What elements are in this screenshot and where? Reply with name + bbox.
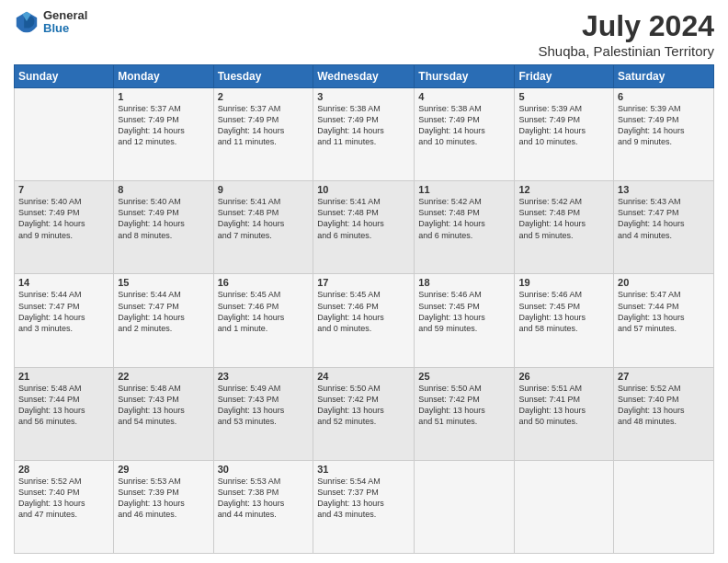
calendar-cell: 10Sunrise: 5:41 AM Sunset: 7:48 PM Dayli… — [313, 181, 415, 274]
calendar-cell: 19Sunrise: 5:46 AM Sunset: 7:45 PM Dayli… — [515, 274, 614, 367]
calendar-cell: 23Sunrise: 5:49 AM Sunset: 7:43 PM Dayli… — [213, 367, 313, 460]
day-number: 27 — [618, 371, 710, 382]
weekday-row: SundayMondayTuesdayWednesdayThursdayFrid… — [15, 65, 714, 88]
day-number: 2 — [218, 91, 310, 102]
calendar-cell: 22Sunrise: 5:48 AM Sunset: 7:43 PM Dayli… — [114, 367, 213, 460]
cell-content: Sunrise: 5:39 AM Sunset: 7:49 PM Dayligh… — [618, 103, 710, 148]
calendar-week-row: 14Sunrise: 5:44 AM Sunset: 7:47 PM Dayli… — [15, 274, 714, 367]
title-section: July 2024 Shuqba, Palestinian Territory — [539, 9, 715, 59]
day-number: 19 — [518, 277, 609, 288]
cell-content: Sunrise: 5:41 AM Sunset: 7:48 PM Dayligh… — [218, 196, 310, 241]
cell-content: Sunrise: 5:40 AM Sunset: 7:49 PM Dayligh… — [18, 196, 109, 241]
day-number: 26 — [518, 371, 609, 382]
day-number: 12 — [518, 184, 609, 195]
day-number: 6 — [618, 91, 710, 102]
day-number: 14 — [18, 277, 109, 288]
cell-content: Sunrise: 5:47 AM Sunset: 7:44 PM Dayligh… — [618, 289, 710, 334]
weekday-header: Saturday — [614, 65, 714, 88]
day-number: 11 — [418, 184, 510, 195]
day-number: 30 — [218, 464, 310, 475]
day-number: 5 — [518, 91, 609, 102]
day-number: 4 — [418, 91, 510, 102]
calendar-cell: 31Sunrise: 5:54 AM Sunset: 7:37 PM Dayli… — [313, 460, 415, 553]
calendar-cell — [15, 88, 114, 181]
day-number: 24 — [317, 371, 410, 382]
cell-content: Sunrise: 5:37 AM Sunset: 7:49 PM Dayligh… — [218, 103, 310, 148]
calendar-cell: 1Sunrise: 5:37 AM Sunset: 7:49 PM Daylig… — [114, 88, 213, 181]
calendar-cell: 2Sunrise: 5:37 AM Sunset: 7:49 PM Daylig… — [213, 88, 313, 181]
cell-content: Sunrise: 5:46 AM Sunset: 7:45 PM Dayligh… — [518, 289, 609, 334]
logo-blue-text: Blue — [43, 22, 87, 35]
calendar-cell: 27Sunrise: 5:52 AM Sunset: 7:40 PM Dayli… — [614, 367, 714, 460]
calendar-cell: 6Sunrise: 5:39 AM Sunset: 7:49 PM Daylig… — [614, 88, 714, 181]
calendar-cell: 7Sunrise: 5:40 AM Sunset: 7:49 PM Daylig… — [15, 181, 114, 274]
day-number: 10 — [317, 184, 410, 195]
cell-content: Sunrise: 5:49 AM Sunset: 7:43 PM Dayligh… — [218, 383, 310, 428]
cell-content: Sunrise: 5:42 AM Sunset: 7:48 PM Dayligh… — [518, 196, 609, 241]
cell-content: Sunrise: 5:37 AM Sunset: 7:49 PM Dayligh… — [118, 103, 209, 148]
calendar-cell: 8Sunrise: 5:40 AM Sunset: 7:49 PM Daylig… — [114, 181, 213, 274]
header: General Blue July 2024 Shuqba, Palestini… — [14, 9, 714, 59]
calendar-week-row: 7Sunrise: 5:40 AM Sunset: 7:49 PM Daylig… — [15, 181, 714, 274]
calendar-cell — [614, 460, 714, 553]
calendar-cell: 30Sunrise: 5:53 AM Sunset: 7:38 PM Dayli… — [213, 460, 313, 553]
day-number: 9 — [218, 184, 310, 195]
day-number: 31 — [317, 464, 410, 475]
calendar-week-row: 28Sunrise: 5:52 AM Sunset: 7:40 PM Dayli… — [15, 460, 714, 553]
calendar: SundayMondayTuesdayWednesdayThursdayFrid… — [14, 64, 714, 554]
cell-content: Sunrise: 5:39 AM Sunset: 7:49 PM Dayligh… — [518, 103, 609, 148]
calendar-cell: 20Sunrise: 5:47 AM Sunset: 7:44 PM Dayli… — [614, 274, 714, 367]
logo-text: General Blue — [43, 9, 87, 36]
cell-content: Sunrise: 5:54 AM Sunset: 7:37 PM Dayligh… — [317, 476, 410, 521]
calendar-cell: 3Sunrise: 5:38 AM Sunset: 7:49 PM Daylig… — [313, 88, 415, 181]
weekday-header: Friday — [515, 65, 614, 88]
day-number: 7 — [18, 184, 109, 195]
day-number: 8 — [118, 184, 209, 195]
logo-icon — [14, 9, 40, 35]
cell-content: Sunrise: 5:44 AM Sunset: 7:47 PM Dayligh… — [18, 289, 109, 334]
day-number: 20 — [618, 277, 710, 288]
day-number: 21 — [18, 371, 109, 382]
cell-content: Sunrise: 5:40 AM Sunset: 7:49 PM Dayligh… — [118, 196, 209, 241]
day-number: 13 — [618, 184, 710, 195]
calendar-cell: 21Sunrise: 5:48 AM Sunset: 7:44 PM Dayli… — [15, 367, 114, 460]
logo: General Blue — [14, 9, 87, 36]
day-number: 28 — [18, 464, 109, 475]
calendar-cell: 15Sunrise: 5:44 AM Sunset: 7:47 PM Dayli… — [114, 274, 213, 367]
day-number: 29 — [118, 464, 209, 475]
cell-content: Sunrise: 5:46 AM Sunset: 7:45 PM Dayligh… — [418, 289, 510, 334]
calendar-body: 1Sunrise: 5:37 AM Sunset: 7:49 PM Daylig… — [15, 88, 714, 554]
cell-content: Sunrise: 5:45 AM Sunset: 7:46 PM Dayligh… — [218, 289, 310, 334]
cell-content: Sunrise: 5:38 AM Sunset: 7:49 PM Dayligh… — [418, 103, 510, 148]
calendar-week-row: 21Sunrise: 5:48 AM Sunset: 7:44 PM Dayli… — [15, 367, 714, 460]
calendar-cell: 11Sunrise: 5:42 AM Sunset: 7:48 PM Dayli… — [415, 181, 515, 274]
day-number: 16 — [218, 277, 310, 288]
calendar-cell: 5Sunrise: 5:39 AM Sunset: 7:49 PM Daylig… — [515, 88, 614, 181]
calendar-cell — [515, 460, 614, 553]
calendar-cell: 9Sunrise: 5:41 AM Sunset: 7:48 PM Daylig… — [213, 181, 313, 274]
day-number: 3 — [317, 91, 410, 102]
calendar-table: SundayMondayTuesdayWednesdayThursdayFrid… — [14, 64, 714, 554]
day-number: 17 — [317, 277, 410, 288]
cell-content: Sunrise: 5:45 AM Sunset: 7:46 PM Dayligh… — [317, 289, 410, 334]
calendar-cell — [415, 460, 515, 553]
cell-content: Sunrise: 5:44 AM Sunset: 7:47 PM Dayligh… — [118, 289, 209, 334]
cell-content: Sunrise: 5:53 AM Sunset: 7:38 PM Dayligh… — [218, 476, 310, 521]
cell-content: Sunrise: 5:51 AM Sunset: 7:41 PM Dayligh… — [518, 383, 609, 428]
cell-content: Sunrise: 5:50 AM Sunset: 7:42 PM Dayligh… — [418, 383, 510, 428]
weekday-header: Tuesday — [213, 65, 313, 88]
calendar-subtitle: Shuqba, Palestinian Territory — [539, 43, 715, 59]
day-number: 15 — [118, 277, 209, 288]
cell-content: Sunrise: 5:50 AM Sunset: 7:42 PM Dayligh… — [317, 383, 410, 428]
calendar-header: SundayMondayTuesdayWednesdayThursdayFrid… — [15, 65, 714, 88]
weekday-header: Wednesday — [313, 65, 415, 88]
cell-content: Sunrise: 5:53 AM Sunset: 7:39 PM Dayligh… — [118, 476, 209, 521]
day-number: 1 — [118, 91, 209, 102]
calendar-cell: 14Sunrise: 5:44 AM Sunset: 7:47 PM Dayli… — [15, 274, 114, 367]
calendar-cell: 12Sunrise: 5:42 AM Sunset: 7:48 PM Dayli… — [515, 181, 614, 274]
cell-content: Sunrise: 5:48 AM Sunset: 7:43 PM Dayligh… — [118, 383, 209, 428]
calendar-cell: 13Sunrise: 5:43 AM Sunset: 7:47 PM Dayli… — [614, 181, 714, 274]
calendar-cell: 16Sunrise: 5:45 AM Sunset: 7:46 PM Dayli… — [213, 274, 313, 367]
day-number: 23 — [218, 371, 310, 382]
cell-content: Sunrise: 5:38 AM Sunset: 7:49 PM Dayligh… — [317, 103, 410, 148]
